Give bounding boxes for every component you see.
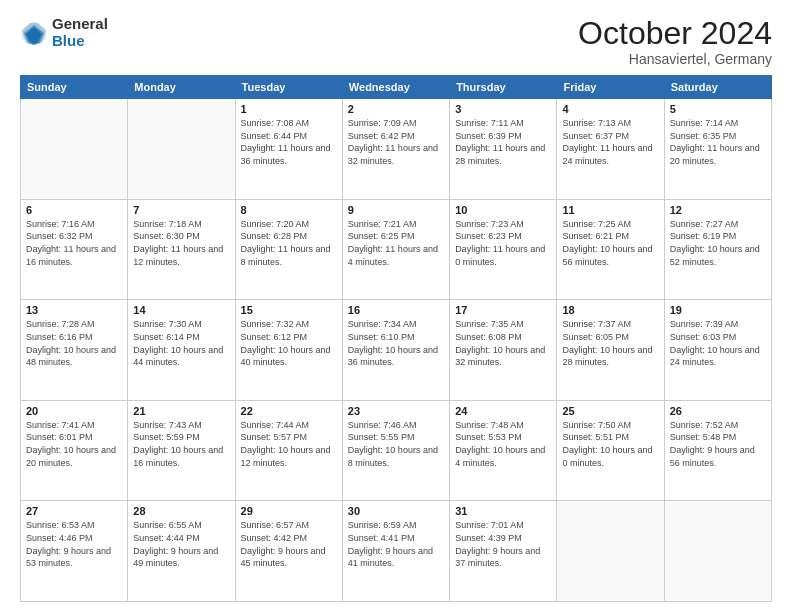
day-info: Sunrise: 7:52 AM Sunset: 5:48 PM Dayligh… [670,419,766,469]
day-number: 11 [562,204,658,216]
calendar-cell-w4-d4: 31Sunrise: 7:01 AM Sunset: 4:39 PM Dayli… [450,501,557,602]
calendar-cell-w1-d6: 12Sunrise: 7:27 AM Sunset: 6:19 PM Dayli… [664,199,771,300]
calendar-cell-w4-d1: 28Sunrise: 6:55 AM Sunset: 4:44 PM Dayli… [128,501,235,602]
day-number: 25 [562,405,658,417]
calendar-cell-w3-d1: 21Sunrise: 7:43 AM Sunset: 5:59 PM Dayli… [128,400,235,501]
day-info: Sunrise: 7:09 AM Sunset: 6:42 PM Dayligh… [348,117,444,167]
calendar-cell-w0-d1 [128,99,235,200]
calendar-cell-w3-d2: 22Sunrise: 7:44 AM Sunset: 5:57 PM Dayli… [235,400,342,501]
day-info: Sunrise: 7:20 AM Sunset: 6:28 PM Dayligh… [241,218,337,268]
day-number: 27 [26,505,122,517]
logo: General Blue [20,16,108,49]
calendar-cell-w2-d4: 17Sunrise: 7:35 AM Sunset: 6:08 PM Dayli… [450,300,557,401]
day-number: 26 [670,405,766,417]
header: General Blue October 2024 Hansaviertel, … [20,16,772,67]
day-info: Sunrise: 7:21 AM Sunset: 6:25 PM Dayligh… [348,218,444,268]
calendar-week-1: 6Sunrise: 7:16 AM Sunset: 6:32 PM Daylig… [21,199,772,300]
day-number: 28 [133,505,229,517]
day-info: Sunrise: 7:14 AM Sunset: 6:35 PM Dayligh… [670,117,766,167]
day-number: 17 [455,304,551,316]
calendar-table: Sunday Monday Tuesday Wednesday Thursday… [20,75,772,602]
day-info: Sunrise: 7:37 AM Sunset: 6:05 PM Dayligh… [562,318,658,368]
day-number: 14 [133,304,229,316]
calendar-week-2: 13Sunrise: 7:28 AM Sunset: 6:16 PM Dayli… [21,300,772,401]
day-number: 29 [241,505,337,517]
calendar-cell-w3-d4: 24Sunrise: 7:48 AM Sunset: 5:53 PM Dayli… [450,400,557,501]
header-monday: Monday [128,76,235,99]
logo-icon [20,19,48,47]
calendar-cell-w3-d3: 23Sunrise: 7:46 AM Sunset: 5:55 PM Dayli… [342,400,449,501]
calendar-cell-w0-d3: 2Sunrise: 7:09 AM Sunset: 6:42 PM Daylig… [342,99,449,200]
calendar-cell-w4-d0: 27Sunrise: 6:53 AM Sunset: 4:46 PM Dayli… [21,501,128,602]
calendar-cell-w2-d1: 14Sunrise: 7:30 AM Sunset: 6:14 PM Dayli… [128,300,235,401]
calendar-cell-w2-d2: 15Sunrise: 7:32 AM Sunset: 6:12 PM Dayli… [235,300,342,401]
calendar-cell-w0-d5: 4Sunrise: 7:13 AM Sunset: 6:37 PM Daylig… [557,99,664,200]
day-info: Sunrise: 7:34 AM Sunset: 6:10 PM Dayligh… [348,318,444,368]
calendar-cell-w0-d4: 3Sunrise: 7:11 AM Sunset: 6:39 PM Daylig… [450,99,557,200]
calendar-cell-w2-d3: 16Sunrise: 7:34 AM Sunset: 6:10 PM Dayli… [342,300,449,401]
day-info: Sunrise: 7:28 AM Sunset: 6:16 PM Dayligh… [26,318,122,368]
day-number: 13 [26,304,122,316]
day-info: Sunrise: 7:01 AM Sunset: 4:39 PM Dayligh… [455,519,551,569]
day-number: 24 [455,405,551,417]
day-info: Sunrise: 7:18 AM Sunset: 6:30 PM Dayligh… [133,218,229,268]
day-number: 8 [241,204,337,216]
day-number: 18 [562,304,658,316]
day-info: Sunrise: 7:16 AM Sunset: 6:32 PM Dayligh… [26,218,122,268]
calendar-cell-w1-d3: 9Sunrise: 7:21 AM Sunset: 6:25 PM Daylig… [342,199,449,300]
day-info: Sunrise: 6:59 AM Sunset: 4:41 PM Dayligh… [348,519,444,569]
day-info: Sunrise: 7:43 AM Sunset: 5:59 PM Dayligh… [133,419,229,469]
calendar-week-4: 27Sunrise: 6:53 AM Sunset: 4:46 PM Dayli… [21,501,772,602]
day-number: 7 [133,204,229,216]
day-number: 31 [455,505,551,517]
month-title: October 2024 [578,16,772,51]
header-saturday: Saturday [664,76,771,99]
day-info: Sunrise: 6:57 AM Sunset: 4:42 PM Dayligh… [241,519,337,569]
calendar-cell-w3-d0: 20Sunrise: 7:41 AM Sunset: 6:01 PM Dayli… [21,400,128,501]
header-wednesday: Wednesday [342,76,449,99]
calendar-cell-w1-d4: 10Sunrise: 7:23 AM Sunset: 6:23 PM Dayli… [450,199,557,300]
day-info: Sunrise: 7:08 AM Sunset: 6:44 PM Dayligh… [241,117,337,167]
day-info: Sunrise: 7:25 AM Sunset: 6:21 PM Dayligh… [562,218,658,268]
calendar-week-3: 20Sunrise: 7:41 AM Sunset: 6:01 PM Dayli… [21,400,772,501]
day-number: 16 [348,304,444,316]
day-number: 9 [348,204,444,216]
day-info: Sunrise: 7:13 AM Sunset: 6:37 PM Dayligh… [562,117,658,167]
location: Hansaviertel, Germany [578,51,772,67]
calendar-cell-w2-d6: 19Sunrise: 7:39 AM Sunset: 6:03 PM Dayli… [664,300,771,401]
day-info: Sunrise: 7:48 AM Sunset: 5:53 PM Dayligh… [455,419,551,469]
day-info: Sunrise: 7:35 AM Sunset: 6:08 PM Dayligh… [455,318,551,368]
calendar-cell-w0-d2: 1Sunrise: 7:08 AM Sunset: 6:44 PM Daylig… [235,99,342,200]
day-info: Sunrise: 7:44 AM Sunset: 5:57 PM Dayligh… [241,419,337,469]
calendar-cell-w0-d6: 5Sunrise: 7:14 AM Sunset: 6:35 PM Daylig… [664,99,771,200]
day-info: Sunrise: 7:11 AM Sunset: 6:39 PM Dayligh… [455,117,551,167]
calendar-cell-w4-d2: 29Sunrise: 6:57 AM Sunset: 4:42 PM Dayli… [235,501,342,602]
calendar-header-row: Sunday Monday Tuesday Wednesday Thursday… [21,76,772,99]
day-info: Sunrise: 7:32 AM Sunset: 6:12 PM Dayligh… [241,318,337,368]
header-thursday: Thursday [450,76,557,99]
day-number: 15 [241,304,337,316]
calendar-cell-w2-d5: 18Sunrise: 7:37 AM Sunset: 6:05 PM Dayli… [557,300,664,401]
day-number: 2 [348,103,444,115]
calendar-cell-w0-d0 [21,99,128,200]
day-number: 20 [26,405,122,417]
day-info: Sunrise: 7:27 AM Sunset: 6:19 PM Dayligh… [670,218,766,268]
calendar-cell-w1-d5: 11Sunrise: 7:25 AM Sunset: 6:21 PM Dayli… [557,199,664,300]
day-info: Sunrise: 7:30 AM Sunset: 6:14 PM Dayligh… [133,318,229,368]
calendar-cell-w4-d3: 30Sunrise: 6:59 AM Sunset: 4:41 PM Dayli… [342,501,449,602]
day-number: 22 [241,405,337,417]
calendar-week-0: 1Sunrise: 7:08 AM Sunset: 6:44 PM Daylig… [21,99,772,200]
day-number: 12 [670,204,766,216]
day-info: Sunrise: 6:55 AM Sunset: 4:44 PM Dayligh… [133,519,229,569]
logo-general: General [52,16,108,33]
day-number: 5 [670,103,766,115]
title-block: October 2024 Hansaviertel, Germany [578,16,772,67]
calendar-cell-w4-d5 [557,501,664,602]
calendar-cell-w3-d6: 26Sunrise: 7:52 AM Sunset: 5:48 PM Dayli… [664,400,771,501]
day-info: Sunrise: 7:39 AM Sunset: 6:03 PM Dayligh… [670,318,766,368]
day-number: 21 [133,405,229,417]
header-tuesday: Tuesday [235,76,342,99]
day-number: 23 [348,405,444,417]
day-info: Sunrise: 7:23 AM Sunset: 6:23 PM Dayligh… [455,218,551,268]
day-number: 1 [241,103,337,115]
